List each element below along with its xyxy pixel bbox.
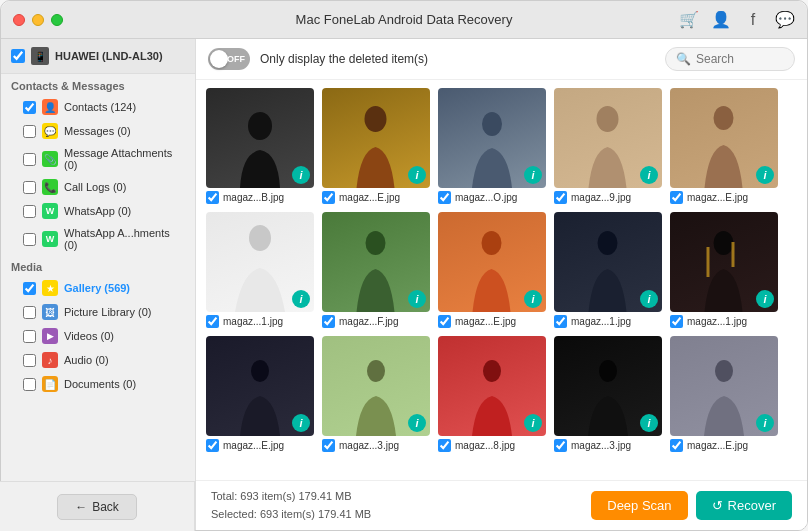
call-logs-checkbox[interactable] — [23, 181, 36, 194]
photo-label-row: magaz...E.jpg — [438, 315, 546, 328]
minimize-button[interactable] — [32, 14, 44, 26]
sidebar-item-whatsapp[interactable]: W WhatsApp (0) — [1, 199, 195, 223]
info-badge[interactable]: i — [292, 414, 310, 432]
info-badge[interactable]: i — [640, 290, 658, 308]
photo-thumb[interactable]: i — [670, 336, 778, 436]
photo-thumb[interactable]: i — [206, 212, 314, 312]
sidebar-item-gallery[interactable]: ★ Gallery (569) — [1, 276, 195, 300]
photo-label: magaz...E.jpg — [223, 440, 284, 451]
info-badge[interactable]: i — [756, 166, 774, 184]
info-badge[interactable]: i — [756, 414, 774, 432]
photo-thumb[interactable]: i — [322, 212, 430, 312]
sidebar-item-messages[interactable]: 💬 Messages (0) — [1, 119, 195, 143]
info-badge[interactable]: i — [640, 166, 658, 184]
photo-row-2: i magaz...1.jpg i — [206, 212, 797, 328]
person-silhouette — [351, 356, 401, 436]
photo-thumb[interactable]: i — [322, 88, 430, 188]
maximize-button[interactable] — [51, 14, 63, 26]
photo-checkbox[interactable] — [322, 191, 335, 204]
svg-point-8 — [598, 231, 618, 255]
photo-thumb[interactable]: i — [438, 212, 546, 312]
pic-lib-checkbox[interactable] — [23, 306, 36, 319]
photo-thumb[interactable]: i — [554, 212, 662, 312]
photo-checkbox[interactable] — [438, 191, 451, 204]
photo-label: magaz...F.jpg — [339, 316, 398, 327]
photo-checkbox[interactable] — [670, 315, 683, 328]
photo-checkbox[interactable] — [670, 439, 683, 452]
photo-thumb[interactable]: i — [322, 336, 430, 436]
photo-checkbox[interactable] — [554, 315, 567, 328]
photo-checkbox[interactable] — [554, 439, 567, 452]
sidebar-item-audio[interactable]: ♪ Audio (0) — [1, 348, 195, 372]
photo-label-row: magaz...1.jpg — [670, 315, 778, 328]
photo-thumb[interactable]: i — [670, 212, 778, 312]
photo-thumb[interactable]: i — [554, 336, 662, 436]
info-badge[interactable]: i — [524, 166, 542, 184]
toggle-button[interactable]: OFF — [208, 48, 250, 70]
photo-thumb[interactable]: i — [554, 88, 662, 188]
photo-label-row: magaz...3.jpg — [554, 439, 662, 452]
documents-checkbox[interactable] — [23, 378, 36, 391]
audio-checkbox[interactable] — [23, 354, 36, 367]
chat-icon[interactable]: 💬 — [775, 10, 795, 30]
info-badge[interactable]: i — [408, 414, 426, 432]
videos-checkbox[interactable] — [23, 330, 36, 343]
whatsapp-checkbox[interactable] — [23, 205, 36, 218]
photo-checkbox[interactable] — [206, 315, 219, 328]
back-button[interactable]: ← Back — [57, 494, 137, 520]
photo-checkbox[interactable] — [322, 315, 335, 328]
cart-icon[interactable]: 🛒 — [679, 10, 699, 30]
sidebar-item-videos[interactable]: ▶ Videos (0) — [1, 324, 195, 348]
photo-thumb[interactable]: i — [206, 88, 314, 188]
photo-checkbox[interactable] — [206, 191, 219, 204]
person-silhouette — [465, 227, 520, 312]
list-item: i magaz...1.jpg — [206, 212, 314, 328]
photo-thumb[interactable]: i — [438, 88, 546, 188]
search-input[interactable] — [696, 52, 786, 66]
info-badge[interactable]: i — [640, 414, 658, 432]
photo-checkbox[interactable] — [670, 191, 683, 204]
recover-button[interactable]: ↺ Recover — [696, 491, 792, 520]
contacts-label: Contacts (124) — [64, 101, 136, 113]
facebook-icon[interactable]: f — [743, 10, 763, 30]
info-badge[interactable]: i — [292, 166, 310, 184]
info-badge[interactable]: i — [408, 166, 426, 184]
svg-point-4 — [714, 106, 734, 130]
search-box[interactable]: 🔍 — [665, 47, 795, 71]
photo-checkbox[interactable] — [206, 439, 219, 452]
photo-checkbox[interactable] — [554, 191, 567, 204]
list-item: i magaz...1.jpg — [554, 212, 662, 328]
person-silhouette — [230, 222, 290, 312]
whatsapp-attach-checkbox[interactable] — [23, 233, 36, 246]
info-badge[interactable]: i — [524, 414, 542, 432]
info-badge[interactable]: i — [756, 290, 774, 308]
sidebar-item-pic-lib[interactable]: 🖼 Picture Library (0) — [1, 300, 195, 324]
photo-label: magaz...1.jpg — [687, 316, 747, 327]
photo-checkbox[interactable] — [438, 439, 451, 452]
photo-thumb[interactable]: i — [670, 88, 778, 188]
photo-thumb[interactable]: i — [438, 336, 546, 436]
photo-checkbox[interactable] — [322, 439, 335, 452]
gallery-checkbox[interactable] — [23, 282, 36, 295]
deep-scan-button[interactable]: Deep Scan — [591, 491, 687, 520]
info-badge[interactable]: i — [292, 290, 310, 308]
sidebar-item-call-logs[interactable]: 📞 Call Logs (0) — [1, 175, 195, 199]
msg-attach-checkbox[interactable] — [23, 153, 36, 166]
info-badge[interactable]: i — [524, 290, 542, 308]
messages-checkbox[interactable] — [23, 125, 36, 138]
sidebar-item-contacts[interactable]: 👤 Contacts (124) — [1, 95, 195, 119]
user-icon[interactable]: 👤 — [711, 10, 731, 30]
svg-point-15 — [599, 360, 617, 382]
search-icon: 🔍 — [676, 52, 691, 66]
contacts-checkbox[interactable] — [23, 101, 36, 114]
info-badge[interactable]: i — [408, 290, 426, 308]
messages-icon: 💬 — [42, 123, 58, 139]
sidebar-item-documents[interactable]: 📄 Documents (0) — [1, 372, 195, 396]
sidebar-item-msg-attach[interactable]: 📎 Message Attachments (0) — [1, 143, 195, 175]
device-row[interactable]: 📱 HUAWEI (LND-AL30) — [1, 39, 195, 74]
photo-thumb[interactable]: i — [206, 336, 314, 436]
photo-checkbox[interactable] — [438, 315, 451, 328]
close-button[interactable] — [13, 14, 25, 26]
device-checkbox[interactable] — [11, 49, 25, 63]
sidebar-item-whatsapp-attach[interactable]: W WhatsApp A...hments (0) — [1, 223, 195, 255]
